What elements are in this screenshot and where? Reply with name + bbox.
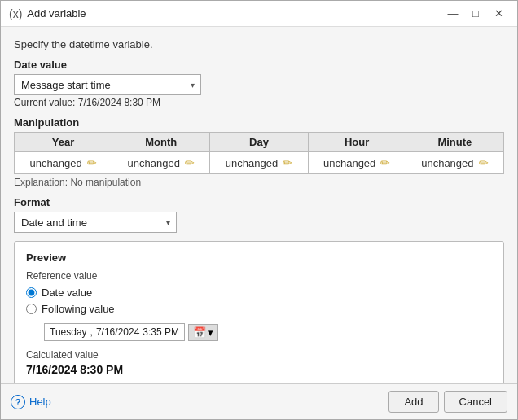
following-date: 7/16/2024 [96,326,139,338]
radio-date-input[interactable] [26,287,37,298]
cancel-button[interactable]: Cancel [444,391,507,413]
year-cell: unchanged ✏ [15,152,112,174]
date-value-select-wrapper: Message start time Current time Custom ▾ [14,74,201,95]
year-edit-icon[interactable]: ✏ [87,156,97,169]
year-cell-content: unchanged ✏ [21,156,105,169]
reference-label: Reference value [26,270,492,282]
format-section: Format Date and time Date only Time only… [14,196,504,233]
minute-value: unchanged [421,157,473,169]
title-bar-controls: — □ ✕ [442,5,509,23]
col-year: Year [15,133,112,152]
hour-cell-content: unchanged ✏ [315,156,399,169]
preview-title: Preview [26,252,492,264]
format-label: Format [14,196,504,208]
radio-group: Date value Following value [26,287,492,315]
following-separator1: , [90,326,93,338]
following-time: 3:35 PM [143,326,179,338]
date-value-section: Date value Message start time Current ti… [14,59,504,108]
minute-edit-icon[interactable]: ✏ [479,156,489,169]
dialog-content: Specify the datetime variable. Date valu… [1,27,517,383]
calendar-button[interactable]: 📅 ▾ [188,324,218,341]
manipulation-values-row: unchanged ✏ unchanged ✏ [15,152,504,174]
day-cell-content: unchanged ✏ [217,156,301,169]
radio-following-input[interactable] [26,304,37,314]
day-cell: unchanged ✏ [210,152,308,174]
following-day: Tuesday [50,326,87,338]
col-month: Month [112,133,210,152]
calendar-icon: 📅 [193,326,206,339]
manipulation-table: Year Month Day Hour Minute unchanged ✏ [14,132,504,174]
dialog-subtitle: Specify the datetime variable. [14,38,504,50]
title-bar-left: (x) Add variable [9,7,86,20]
col-hour: Hour [308,133,406,152]
radio-following-value[interactable]: Following value [26,303,492,315]
hour-value: unchanged [323,157,375,169]
minute-cell: unchanged ✏ [406,152,503,174]
help-link[interactable]: ? Help [11,395,51,409]
calculated-label: Calculated value [26,349,492,361]
day-edit-icon[interactable]: ✏ [283,156,292,169]
title-bar: (x) Add variable — □ ✕ [1,1,517,27]
col-minute: Minute [406,133,503,152]
hour-edit-icon[interactable]: ✏ [380,156,390,169]
help-label: Help [29,396,51,408]
dialog-footer: ? Help Add Cancel [1,383,517,419]
calculated-value: 7/16/2024 8:30 PM [26,363,492,376]
radio-date-label: Date value [42,287,92,299]
datetime-input-box: Tuesday , 7/16/2024 3:35 PM [44,323,185,341]
minimize-button[interactable]: — [442,5,463,23]
month-cell-content: unchanged ✏ [119,156,203,169]
hour-cell: unchanged ✏ [308,152,406,174]
date-value-label: Date value [14,59,504,71]
following-value-row: Tuesday , 7/16/2024 3:35 PM 📅 ▾ [44,323,492,341]
day-value: unchanged [226,157,278,169]
help-icon: ? [11,395,25,409]
year-value: unchanged [29,157,81,169]
month-cell: unchanged ✏ [112,152,210,174]
close-button[interactable]: ✕ [488,5,509,23]
dialog-title: Add variable [27,7,86,20]
calculated-value-section: Calculated value 7/16/2024 8:30 PM [26,349,492,376]
manipulation-explanation: Explanation: No manipulation [14,177,504,188]
calendar-dropdown-icon: ▾ [208,326,213,339]
minute-cell-content: unchanged ✏ [413,156,497,169]
month-value: unchanged [128,157,180,169]
date-value-select[interactable]: Message start time Current time Custom [14,74,201,95]
maximize-button[interactable]: □ [465,5,486,23]
month-edit-icon[interactable]: ✏ [185,156,195,169]
radio-following-label: Following value [42,303,115,315]
manipulation-label: Manipulation [14,116,504,129]
radio-date-value[interactable]: Date value [26,287,492,299]
manipulation-header-row: Year Month Day Hour Minute [15,133,504,152]
add-button[interactable]: Add [388,391,438,413]
format-select[interactable]: Date and time Date only Time only Custom [14,212,177,233]
col-day: Day [210,133,308,152]
add-variable-dialog: (x) Add variable — □ ✕ Specify the datet… [0,0,518,420]
manipulation-section: Manipulation Year Month Day Hour Minute [14,116,504,188]
variable-icon: (x) [9,7,22,20]
format-select-wrapper: Date and time Date only Time only Custom… [14,212,177,233]
footer-buttons: Add Cancel [388,391,507,413]
current-value-text: Current value: 7/16/2024 8:30 PM [14,97,504,108]
preview-section: Preview Reference value Date value Follo… [14,241,504,383]
